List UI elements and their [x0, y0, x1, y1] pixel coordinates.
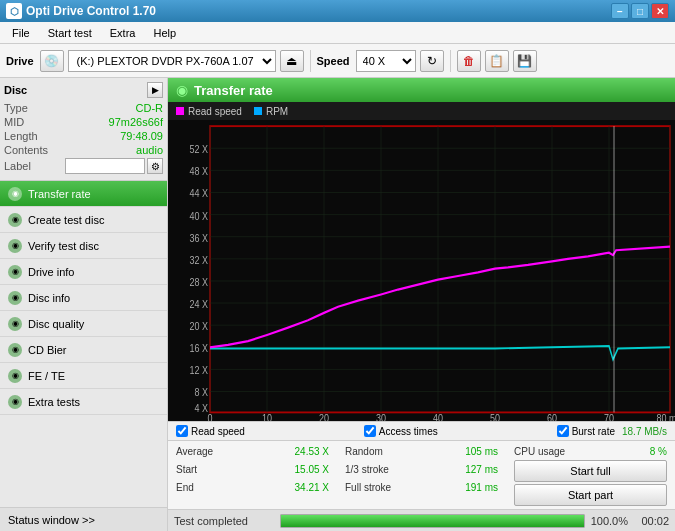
- drive-icon-button[interactable]: 💿: [40, 50, 64, 72]
- svg-text:24 X: 24 X: [189, 298, 208, 310]
- nav-drive-info[interactable]: ◉ Drive info: [0, 259, 167, 285]
- chart-header-icon: ◉: [176, 82, 188, 98]
- disc-arrow-button[interactable]: ▶: [147, 82, 163, 98]
- stats-col-3: CPU usage 8 % Start full Start part: [506, 441, 675, 509]
- chart-svg: 52 X 48 X 44 X 40 X 36 X 32 X 28 X 24 X …: [168, 120, 675, 421]
- disc-label-key: Label: [4, 160, 31, 172]
- minimize-button[interactable]: −: [611, 3, 629, 19]
- menu-help[interactable]: Help: [145, 25, 184, 41]
- disc-contents-row: Contents audio: [4, 144, 163, 156]
- nav-fe-te[interactable]: ◉ FE / TE: [0, 363, 167, 389]
- progress-track: [280, 514, 585, 528]
- disc-length-key: Length: [4, 130, 38, 142]
- svg-text:70: 70: [604, 412, 614, 421]
- right-panel: ◉ Transfer rate Read speed RPM: [168, 78, 675, 531]
- svg-text:30: 30: [376, 412, 386, 421]
- nav-transfer-rate-icon: ◉: [8, 187, 22, 201]
- checkbox-access-times-input[interactable]: [364, 425, 376, 437]
- svg-rect-0: [168, 120, 675, 421]
- nav-cd-bier-label: CD Bier: [28, 344, 67, 356]
- nav-create-test-disc[interactable]: ◉ Create test disc: [0, 207, 167, 233]
- nav-disc-quality[interactable]: ◉ Disc quality: [0, 311, 167, 337]
- checkbox-read-speed-label: Read speed: [191, 426, 245, 437]
- nav-disc-quality-label: Disc quality: [28, 318, 84, 330]
- disc-length-row: Length 79:48.09: [4, 130, 163, 142]
- disc-mid-row: MID 97m26s66f: [4, 116, 163, 128]
- nav-disc-info-icon: ◉: [8, 291, 22, 305]
- svg-text:28 X: 28 X: [189, 276, 208, 288]
- nav-extra-tests-icon: ◉: [8, 395, 22, 409]
- menu-bar: File Start test Extra Help: [0, 22, 675, 44]
- disc-type-value: CD-R: [136, 102, 164, 114]
- copy-button[interactable]: 📋: [485, 50, 509, 72]
- checkbox-burst-rate-input[interactable]: [557, 425, 569, 437]
- app-title: Opti Drive Control 1.70: [26, 4, 156, 18]
- nav-verify-test-disc[interactable]: ◉ Verify test disc: [0, 233, 167, 259]
- start-part-button[interactable]: Start part: [514, 484, 667, 506]
- nav-verify-test-disc-label: Verify test disc: [28, 240, 99, 252]
- disc-mid-value: 97m26s66f: [109, 116, 163, 128]
- nav-disc-info[interactable]: ◉ Disc info: [0, 285, 167, 311]
- stat-fullstroke-value: 191 ms: [465, 482, 498, 493]
- disc-label-edit-button[interactable]: ⚙: [147, 158, 163, 174]
- drive-select[interactable]: (K:) PLEXTOR DVDR PX-760A 1.07: [68, 50, 276, 72]
- disc-type-key: Type: [4, 102, 28, 114]
- left-panel: Disc ▶ Type CD-R MID 97m26s66f Length 79…: [0, 78, 168, 531]
- disc-label-input[interactable]: [65, 158, 145, 174]
- title-bar: ⬡ Opti Drive Control 1.70 − □ ✕: [0, 0, 675, 22]
- checkbox-burst-rate-label: Burst rate: [572, 426, 615, 437]
- nav-disc-quality-icon: ◉: [8, 317, 22, 331]
- stat-start-value: 15.05 X: [295, 464, 329, 475]
- stats-col-1: Average 24.53 X Start 15.05 X End 34.21 …: [168, 441, 337, 509]
- start-full-button[interactable]: Start full: [514, 460, 667, 482]
- svg-text:20 X: 20 X: [189, 320, 208, 332]
- checkbox-read-speed-input[interactable]: [176, 425, 188, 437]
- stat-onethird-row: 1/3 stroke 127 ms: [345, 460, 498, 478]
- nav-drive-info-label: Drive info: [28, 266, 74, 278]
- svg-text:48 X: 48 X: [189, 165, 208, 177]
- nav-cd-bier[interactable]: ◉ CD Bier: [0, 337, 167, 363]
- stat-random-row: Random 105 ms: [345, 442, 498, 460]
- nav-extra-tests[interactable]: ◉ Extra tests: [0, 389, 167, 415]
- nav-transfer-rate[interactable]: ◉ Transfer rate: [0, 181, 167, 207]
- stats-rows: Average 24.53 X Start 15.05 X End 34.21 …: [168, 441, 675, 509]
- svg-text:16 X: 16 X: [189, 342, 208, 354]
- maximize-button[interactable]: □: [631, 3, 649, 19]
- speed-select[interactable]: 40 X: [356, 50, 416, 72]
- progress-fill: [281, 515, 584, 527]
- separator-1: [310, 50, 311, 72]
- checkbox-access-times: Access times: [364, 425, 438, 437]
- eject-button[interactable]: ⏏: [280, 50, 304, 72]
- toolbar: Drive 💿 (K:) PLEXTOR DVDR PX-760A 1.07 ⏏…: [0, 44, 675, 78]
- chart-legend: Read speed RPM: [168, 102, 675, 120]
- menu-file[interactable]: File: [4, 25, 38, 41]
- stat-end-row: End 34.21 X: [176, 478, 329, 496]
- checkbox-row: Read speed Access times Burst rate 18.7 …: [168, 421, 675, 441]
- close-button[interactable]: ✕: [651, 3, 669, 19]
- speed-refresh-button[interactable]: ↻: [420, 50, 444, 72]
- svg-text:40 X: 40 X: [189, 210, 208, 222]
- svg-text:52 X: 52 X: [189, 143, 208, 155]
- disc-title: Disc: [4, 84, 27, 96]
- menu-extra[interactable]: Extra: [102, 25, 144, 41]
- status-window-button[interactable]: Status window >>: [0, 507, 167, 531]
- stat-fullstroke-row: Full stroke 191 ms: [345, 478, 498, 496]
- nav-fe-te-label: FE / TE: [28, 370, 65, 382]
- app-icon: ⬡: [6, 3, 22, 19]
- clear-button[interactable]: 🗑: [457, 50, 481, 72]
- disc-length-value: 79:48.09: [120, 130, 163, 142]
- nav-create-test-disc-icon: ◉: [8, 213, 22, 227]
- svg-text:0: 0: [207, 412, 212, 421]
- stat-cpu-key: CPU usage: [514, 446, 565, 457]
- progress-time: 00:02: [634, 515, 669, 527]
- stat-cpu-row: CPU usage 8 %: [514, 442, 667, 460]
- chart-header: ◉ Transfer rate: [168, 78, 675, 102]
- menu-start-test[interactable]: Start test: [40, 25, 100, 41]
- nav-menu: ◉ Transfer rate ◉ Create test disc ◉ Ver…: [0, 181, 167, 507]
- svg-text:36 X: 36 X: [189, 232, 208, 244]
- legend-read-speed-dot: [176, 107, 184, 115]
- legend-rpm-dot: [254, 107, 262, 115]
- legend-read-speed: Read speed: [176, 106, 242, 117]
- stat-start-key: Start: [176, 464, 197, 475]
- save-button[interactable]: 💾: [513, 50, 537, 72]
